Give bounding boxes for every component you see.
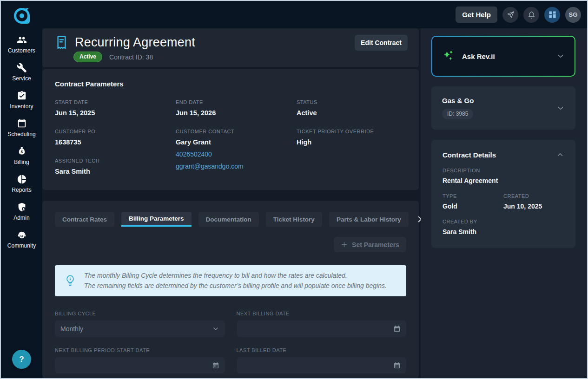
tab-ticket-history[interactable]: Ticket History bbox=[266, 212, 322, 227]
clipboard-check-icon bbox=[17, 91, 27, 101]
sidebar-item-inventory[interactable]: Inventory bbox=[1, 86, 42, 114]
contract-id-text: Contract ID: 38 bbox=[109, 53, 153, 61]
contract-parameters-title: Contract Parameters bbox=[55, 80, 406, 88]
send-feedback-button[interactable] bbox=[502, 7, 518, 23]
right-panel: Ask Rev.ii Gas & Go ID: 3985 bbox=[421, 28, 587, 378]
sidebar-item-admin[interactable]: Admin bbox=[1, 197, 42, 225]
contract-receipt-icon bbox=[55, 34, 68, 51]
sidebar-item-label: Scheduling bbox=[7, 131, 35, 137]
set-parameters-button[interactable]: Set Parameters bbox=[334, 237, 406, 252]
apps-grid-icon bbox=[548, 10, 557, 19]
bell-icon bbox=[527, 10, 536, 19]
calendar-icon bbox=[393, 362, 401, 369]
detail-created: CREATED Jun 10, 2025 bbox=[503, 193, 564, 210]
get-help-button[interactable]: Get Help bbox=[456, 7, 497, 23]
billing-cycle-select[interactable]: Monthly bbox=[55, 320, 225, 337]
field-ticket-priority-override: TICKET PRIORITY OVERRIDE High bbox=[297, 129, 406, 146]
app-logo-icon bbox=[14, 8, 30, 24]
tab-billing-parameters[interactable]: Billing Parameters bbox=[121, 212, 192, 227]
sidebar-item-reports[interactable]: Reports bbox=[1, 170, 42, 197]
chevron-down-icon bbox=[556, 104, 565, 112]
tabs-card: Contract Rates Billing Parameters Docume… bbox=[42, 201, 419, 378]
person-headset-icon bbox=[17, 230, 27, 240]
ask-rev-card[interactable]: Ask Rev.ii bbox=[431, 36, 575, 77]
next-billing-date-input[interactable] bbox=[237, 320, 407, 337]
chevron-down-icon bbox=[556, 52, 565, 60]
body-row: Recurring Agreement Edit Contract Active… bbox=[42, 28, 587, 378]
chevron-down-icon bbox=[212, 325, 219, 333]
billing-info-text: The monthly Billing Cycle determines the… bbox=[84, 271, 387, 291]
detail-created-by: CREATED BY Sara Smith bbox=[443, 219, 564, 235]
notifications-button[interactable] bbox=[523, 7, 539, 23]
detail-type: TYPE Gold bbox=[443, 193, 503, 210]
calendar-icon bbox=[212, 362, 219, 369]
contact-phone-link[interactable]: 4026502400 bbox=[176, 150, 297, 158]
wrench-icon bbox=[17, 63, 27, 73]
tab-contract-rates[interactable]: Contract Rates bbox=[55, 212, 114, 227]
app-switcher-button[interactable] bbox=[544, 7, 560, 23]
pie-chart-icon bbox=[17, 174, 27, 184]
lightbulb-icon bbox=[64, 274, 76, 288]
sidebar-item-label: Admin bbox=[13, 215, 30, 221]
billing-info-callout: The monthly Billing Cycle determines the… bbox=[55, 265, 406, 296]
calendar-icon bbox=[393, 325, 401, 333]
status-badge: Active bbox=[73, 52, 102, 62]
page-title: Recurring Agreement bbox=[75, 35, 195, 50]
ask-rev-label: Ask Rev.ii bbox=[462, 52, 495, 60]
sidebar-item-community[interactable]: Community bbox=[1, 225, 42, 253]
contract-details-title: Contract Details bbox=[443, 151, 496, 159]
edit-contract-button[interactable]: Edit Contract bbox=[355, 35, 408, 51]
sidebar-item-scheduling[interactable]: Scheduling bbox=[1, 114, 42, 142]
chevron-up-icon bbox=[556, 150, 564, 159]
customer-name: Gas & Go bbox=[442, 97, 474, 105]
last-billed-date-field: LAST BILLED DATE bbox=[237, 347, 407, 373]
sidebar-item-label: Inventory bbox=[10, 103, 33, 110]
sidebar: Customers Service Inventory Scheduling $… bbox=[1, 1, 42, 378]
detail-description: DESCRIPTION Rental Agreement bbox=[443, 168, 564, 184]
sidebar-item-label: Service bbox=[12, 75, 31, 82]
billing-cycle-field: BILLING CYCLE Monthly bbox=[55, 311, 225, 337]
contract-parameters-card: Contract Parameters START DATE Jun 15, 2… bbox=[42, 69, 419, 190]
next-billing-period-start-date-field: NEXT BILLING PERIOD START DATE bbox=[55, 347, 225, 373]
contact-email-link[interactable]: ggrant@gasandgo.com bbox=[176, 163, 297, 170]
tab-bar: Contract Rates Billing Parameters Docume… bbox=[55, 212, 406, 227]
plus-icon bbox=[341, 241, 348, 248]
next-billing-date-field: NEXT BILLING DATE bbox=[237, 311, 407, 337]
tab-documentation[interactable]: Documentation bbox=[198, 212, 259, 227]
sidebar-item-service[interactable]: Service bbox=[1, 58, 42, 86]
shield-person-icon bbox=[17, 202, 27, 212]
calendar-icon bbox=[17, 118, 27, 129]
customer-id-badge: ID: 3985 bbox=[442, 109, 473, 119]
topbar: Get Help SG bbox=[42, 1, 587, 28]
field-customer-po: CUSTOMER PO 1638735 bbox=[55, 129, 176, 146]
main-content: Recurring Agreement Edit Contract Active… bbox=[42, 28, 419, 378]
sidebar-item-label: Billing bbox=[14, 159, 29, 165]
sidebar-item-label: Reports bbox=[12, 187, 32, 193]
field-customer-contact: CUSTOMER CONTACT Gary Grant 4026502400 g… bbox=[176, 129, 297, 170]
tab-parts-labor-history[interactable]: Parts & Labor History bbox=[329, 212, 409, 227]
svg-text:$: $ bbox=[20, 150, 23, 154]
customer-card[interactable]: Gas & Go ID: 3985 bbox=[431, 86, 575, 130]
help-fab-button[interactable]: ? bbox=[12, 350, 31, 369]
field-assigned-tech: ASSIGNED TECH Sara Smith bbox=[55, 158, 176, 175]
sidebar-item-customers[interactable]: Customers bbox=[1, 30, 42, 58]
money-bag-icon: $ bbox=[17, 146, 27, 157]
sidebar-item-label: Community bbox=[7, 242, 36, 249]
last-billed-date-input[interactable] bbox=[237, 357, 407, 373]
sparkles-icon bbox=[442, 49, 456, 63]
billing-form: BILLING CYCLE Monthly NEXT BILLING DATE bbox=[55, 311, 406, 373]
page-header-card: Recurring Agreement Edit Contract Active… bbox=[42, 28, 419, 67]
user-avatar[interactable]: SG bbox=[565, 7, 581, 23]
sidebar-item-billing[interactable]: $ Billing bbox=[1, 142, 42, 170]
app-logo[interactable] bbox=[14, 8, 30, 24]
next-billing-period-start-date-input[interactable] bbox=[55, 357, 225, 373]
field-start-date: START DATE Jun 15, 2025 bbox=[55, 99, 176, 117]
paper-plane-icon bbox=[506, 10, 515, 19]
sidebar-item-label: Customers bbox=[8, 47, 35, 54]
contract-details-card: Contract Details DESCRIPTION Rental Agre… bbox=[431, 140, 575, 248]
people-icon bbox=[17, 35, 27, 45]
app-window: Customers Service Inventory Scheduling $… bbox=[0, 0, 588, 379]
field-end-date: END DATE Jun 15, 2026 bbox=[176, 99, 297, 117]
field-status: STATUS Active bbox=[297, 99, 406, 117]
contract-details-header[interactable]: Contract Details bbox=[443, 150, 564, 159]
